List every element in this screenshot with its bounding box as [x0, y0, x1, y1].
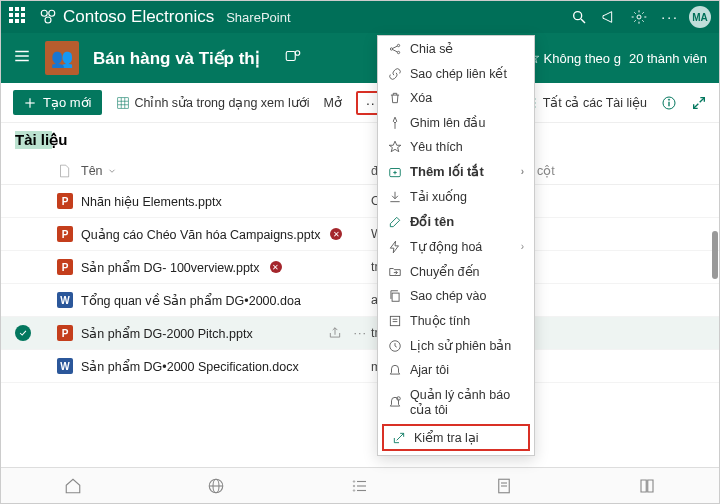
table-row[interactable]: PQuảng cáo Chéo Văn hóa Campaigns.pptxWi… — [1, 218, 719, 251]
table-row[interactable]: PSản phẩm DG- 100verview.pptxtrên Bowen — [1, 251, 719, 284]
site-header: 👥 Bán hàng và Tiếp thị Không theo g 20 t… — [1, 33, 719, 83]
menu-properties[interactable]: Thuộc tính — [378, 308, 534, 333]
svg-line-41 — [393, 46, 398, 48]
share-icon[interactable] — [328, 326, 342, 340]
svg-line-42 — [393, 49, 398, 51]
menu-pin-top[interactable]: Ghim lên đầu — [378, 110, 534, 135]
teams-icon[interactable] — [284, 47, 302, 69]
open-button[interactable]: Mở — [323, 95, 341, 110]
file-type-icon — [57, 164, 71, 178]
suite-bar: Contoso Electronics SharePoint ··· MA — [1, 1, 719, 33]
command-bar: Tạo mới Chỉnh sửa trong dạng xem lưới Mở… — [1, 83, 719, 123]
menu-favorite[interactable]: Yêu thích — [378, 135, 534, 159]
file-name[interactable]: Sản phẩm DG•2000 Specification.docx — [81, 359, 299, 374]
menu-rename[interactable]: Đổi tên — [378, 209, 534, 234]
svg-line-4 — [581, 19, 585, 23]
svg-point-3 — [574, 12, 582, 20]
file-name[interactable]: Tổng quan về Sản phẩm DG•2000.doa — [81, 293, 301, 308]
svg-point-40 — [397, 51, 399, 53]
column-name[interactable]: Tên — [81, 163, 371, 178]
blocked-icon — [270, 261, 282, 273]
menu-download[interactable]: Tải xuống — [378, 184, 534, 209]
svg-line-25 — [700, 97, 705, 102]
powerpoint-icon: P — [57, 226, 73, 242]
column-headers: Tên đã nâng Bởi + Thêm cột — [1, 153, 719, 185]
edit-grid-label: Chỉnh sửa trong dạng xem lưới — [135, 95, 310, 110]
powerpoint-icon: P — [57, 325, 73, 341]
word-icon: W — [57, 358, 73, 374]
svg-rect-47 — [390, 316, 399, 325]
blocked-icon — [330, 228, 342, 240]
expand-icon[interactable] — [691, 95, 707, 111]
menu-move-to[interactable]: Chuyển đến — [378, 259, 534, 284]
follow-label: Không theo g — [544, 51, 621, 66]
bottom-nav — [1, 467, 719, 503]
search-icon[interactable] — [571, 9, 587, 25]
new-button-label: Tạo mới — [43, 95, 92, 110]
word-icon: W — [57, 292, 73, 308]
svg-point-2 — [45, 17, 51, 23]
selected-check-icon — [15, 325, 31, 341]
svg-point-10 — [295, 51, 300, 56]
menu-alert-me[interactable]: Ajar tôi — [378, 358, 534, 382]
members-count[interactable]: 20 thành viên — [629, 51, 707, 66]
more-icon[interactable]: ··· — [661, 9, 679, 25]
menu-version-history[interactable]: Lịch sử phiên bản — [378, 333, 534, 358]
megaphone-icon[interactable] — [601, 9, 617, 25]
svg-point-32 — [353, 480, 355, 482]
settings-icon[interactable] — [631, 9, 647, 25]
site-logo: 👥 — [45, 41, 79, 75]
chevron-down-icon — [107, 166, 117, 176]
menu-copy-to[interactable]: Sao chép vào — [378, 284, 534, 308]
library-title-row: Tài liệu — [1, 123, 719, 153]
site-name[interactable]: Bán hàng và Tiếp thị — [93, 48, 260, 69]
scrollbar-thumb[interactable] — [712, 231, 718, 279]
app-launcher-icon[interactable] — [9, 7, 29, 27]
book-icon[interactable] — [638, 477, 656, 495]
view-selector[interactable]: Tất cả các Tài liệu — [522, 95, 647, 111]
menu-add-shortcut[interactable]: Thêm lối tắt› — [378, 159, 534, 184]
menu-copy-link[interactable]: Sao chép liên kết — [378, 61, 534, 86]
row-more-icon[interactable]: ··· — [354, 326, 367, 340]
svg-point-34 — [353, 489, 355, 491]
table-row[interactable]: PSản phẩm DG-2000 Pitch.pptx···trên Bowe… — [1, 317, 719, 350]
file-name[interactable]: Sản phẩm DG- 100verview.pptx — [81, 260, 260, 275]
new-button[interactable]: Tạo mới — [13, 90, 102, 115]
file-list: PNhãn hiệu Elements.pptxO AdministratorP… — [1, 185, 719, 383]
chevron-right-icon: › — [521, 241, 524, 252]
menu-check-in[interactable]: Kiểm tra lại — [382, 424, 530, 451]
file-name[interactable]: Nhãn hiệu Elements.pptx — [81, 194, 222, 209]
home-icon[interactable] — [64, 477, 82, 495]
powerpoint-icon: P — [57, 259, 73, 275]
svg-rect-13 — [117, 97, 128, 108]
table-row[interactable]: WTổng quan về Sản phẩm DG•2000.doaan Bow… — [1, 284, 719, 317]
library-title: Tài liệu — [15, 131, 107, 149]
powerpoint-icon: P — [57, 193, 73, 209]
table-row[interactable]: PNhãn hiệu Elements.pptxO Administrator — [1, 185, 719, 218]
file-name[interactable]: Quảng cáo Chéo Văn hóa Campaigns.pptx — [81, 227, 320, 242]
nav-toggle-icon[interactable] — [13, 47, 31, 69]
svg-point-39 — [397, 44, 399, 46]
menu-delete[interactable]: Xóa — [378, 86, 534, 110]
user-avatar[interactable]: MA — [689, 6, 711, 28]
file-name[interactable]: Sản phẩm DG-2000 Pitch.pptx — [81, 326, 253, 341]
table-row[interactable]: WSản phẩm DG•2000 Specification.docxmột … — [1, 350, 719, 383]
svg-point-38 — [390, 47, 392, 49]
edit-grid-button[interactable]: Chỉnh sửa trong dạng xem lưới — [116, 95, 310, 110]
tenant-brand: Contoso Electronics — [63, 7, 214, 27]
svg-point-5 — [637, 15, 641, 19]
svg-point-33 — [353, 485, 355, 487]
open-label: Mở — [323, 95, 341, 110]
menu-manage-alerts[interactable]: Quản lý cảnh báo của tôi — [378, 382, 534, 422]
svg-point-23 — [668, 99, 669, 100]
globe-icon[interactable] — [207, 477, 225, 495]
list-icon[interactable] — [351, 477, 369, 495]
context-menu: Chia sẻ Sao chép liên kết Xóa Ghim lên đ… — [377, 35, 535, 456]
menu-share[interactable]: Chia sẻ — [378, 36, 534, 61]
follow-button[interactable]: Không theo g — [526, 51, 621, 66]
page-icon[interactable] — [495, 477, 513, 495]
menu-automate[interactable]: Tự động hoá› — [378, 234, 534, 259]
info-icon[interactable] — [661, 95, 677, 111]
svg-rect-46 — [392, 293, 399, 301]
view-selector-label: Tất cả các Tài liệu — [543, 95, 647, 110]
